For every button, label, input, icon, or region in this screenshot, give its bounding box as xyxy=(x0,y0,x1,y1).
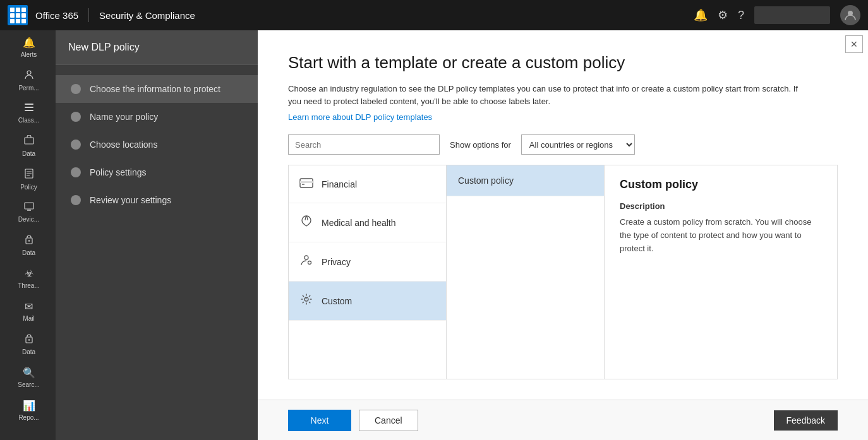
wizard-step-review-settings[interactable]: Review your settings xyxy=(56,186,258,214)
step-label-1: Choose the information to protect xyxy=(90,84,220,94)
category-list: Financial Medical and health Privacy xyxy=(289,165,447,379)
permissions-icon xyxy=(24,69,34,82)
wizard-title: New DLP policy xyxy=(56,30,258,65)
wizard-step-policy-settings[interactable]: Policy settings xyxy=(56,158,258,186)
app-name: Office 365 xyxy=(35,10,78,21)
reports-icon: 📊 xyxy=(23,400,35,412)
device-icon xyxy=(24,202,34,213)
svg-point-20 xyxy=(308,261,311,265)
sidebar-item-policy[interactable]: Policy xyxy=(0,162,56,196)
wizard-panel: New DLP policy Choose the information to… xyxy=(56,30,258,440)
category-label-custom: Custom xyxy=(322,296,352,306)
svg-point-21 xyxy=(304,297,308,301)
mail-icon: ✉ xyxy=(25,300,33,312)
svg-point-19 xyxy=(304,256,308,259)
svg-point-13 xyxy=(28,240,29,241)
threat-icon: ☣ xyxy=(25,268,33,280)
wizard-step-choose-info[interactable]: Choose the information to protect xyxy=(56,75,258,103)
step-label-4: Policy settings xyxy=(90,167,146,177)
sidebar-item-classification[interactable]: Class... xyxy=(0,97,56,129)
sidebar-item-device[interactable]: Devic... xyxy=(0,196,56,228)
template-item-custom-policy[interactable]: Custom policy xyxy=(447,165,604,196)
privacy-icon xyxy=(299,254,314,270)
avatar[interactable] xyxy=(840,5,860,25)
help-icon[interactable]: ? xyxy=(738,9,744,22)
sidebar-item-data2[interactable]: Data xyxy=(0,228,56,261)
search-input[interactable] xyxy=(288,134,440,155)
search-nav-icon: 🔍 xyxy=(23,367,35,379)
classification-icon xyxy=(24,103,34,114)
data-gov-icon xyxy=(24,135,34,148)
show-options-label: Show options for xyxy=(450,140,511,150)
sidebar-nav: 🔔 Alerts Perm... Class... Data Policy xyxy=(0,30,56,440)
sidebar-item-mail[interactable]: ✉ Mail xyxy=(0,294,56,327)
classification-label: Class... xyxy=(7,117,51,124)
next-button[interactable]: Next xyxy=(288,410,351,431)
step-circle-4 xyxy=(71,167,81,177)
svg-point-1 xyxy=(27,71,31,74)
category-item-custom[interactable]: Custom xyxy=(289,282,446,321)
mail-label: Mail xyxy=(7,315,51,322)
svg-rect-2 xyxy=(25,104,33,105)
svg-rect-3 xyxy=(25,107,33,108)
topbar-divider xyxy=(88,8,89,22)
waffle-button[interactable] xyxy=(8,5,28,25)
svg-point-15 xyxy=(28,339,29,340)
learn-more-link[interactable]: Learn more about DLP policy templates xyxy=(288,112,432,122)
data3-label: Data xyxy=(7,348,51,355)
sidebar-item-search[interactable]: 🔍 Searc... xyxy=(0,360,56,393)
topbar-icons: 🔔 ⚙ ? xyxy=(694,5,860,25)
content-description: Choose an industry regulation to see the… xyxy=(288,83,806,107)
step-label-3: Choose locations xyxy=(90,140,157,150)
data3-icon xyxy=(25,333,33,346)
svg-rect-4 xyxy=(25,110,33,111)
topbar-search-input[interactable] xyxy=(754,6,830,24)
medical-icon xyxy=(299,215,314,230)
sidebar-item-reports[interactable]: 📊 Repo... xyxy=(0,393,56,426)
svg-rect-5 xyxy=(25,138,33,144)
policy-label: Policy xyxy=(7,184,51,191)
wizard-step-choose-locations[interactable]: Choose locations xyxy=(56,131,258,158)
step-circle-3 xyxy=(71,140,81,150)
data2-label: Data xyxy=(7,249,51,256)
alerts-icon: 🔔 xyxy=(23,37,35,49)
reports-label: Repo... xyxy=(7,414,51,421)
filter-row: Show options for All countries or region… xyxy=(288,134,838,155)
app-section: Security & Compliance xyxy=(99,10,195,21)
svg-rect-10 xyxy=(25,203,33,209)
permissions-label: Perm... xyxy=(7,85,51,92)
feedback-button[interactable]: Feedback xyxy=(774,410,838,431)
show-options-select[interactable]: All countries or regions United States E… xyxy=(521,134,635,155)
data2-icon xyxy=(25,234,33,247)
custom-icon xyxy=(299,293,314,309)
gear-icon[interactable]: ⚙ xyxy=(718,8,728,22)
category-item-medical[interactable]: Medical and health xyxy=(289,203,446,242)
cancel-button[interactable]: Cancel xyxy=(359,410,418,431)
sidebar-item-data-governance[interactable]: Data xyxy=(0,129,56,162)
category-label-privacy: Privacy xyxy=(322,257,351,267)
svg-rect-17 xyxy=(300,181,313,183)
topbar: Office 365 Security & Compliance 🔔 ⚙ ? xyxy=(0,0,868,30)
step-circle-1 xyxy=(71,84,81,94)
data-gov-label: Data xyxy=(7,150,51,157)
close-button[interactable]: ✕ xyxy=(845,35,863,53)
sidebar-item-data3[interactable]: Data xyxy=(0,327,56,360)
category-item-privacy[interactable]: Privacy xyxy=(289,242,446,282)
detail-description: Create a custom policy from scratch. You… xyxy=(620,216,822,255)
alerts-label: Alerts xyxy=(7,51,51,58)
sidebar-item-alerts[interactable]: 🔔 Alerts xyxy=(0,30,56,63)
detail-section-label: Description xyxy=(620,201,822,211)
search-nav-label: Searc... xyxy=(7,381,51,388)
sidebar-item-threat[interactable]: ☣ Threa... xyxy=(0,261,56,294)
template-label-custom-policy: Custom policy xyxy=(458,175,514,186)
step-label-2: Name your policy xyxy=(90,112,158,122)
wizard-steps: Choose the information to protect Name y… xyxy=(56,65,258,440)
category-item-financial[interactable]: Financial xyxy=(289,165,446,203)
wizard-step-name-policy[interactable]: Name your policy xyxy=(56,103,258,131)
step-label-5: Review your settings xyxy=(90,195,171,205)
sidebar-item-permissions[interactable]: Perm... xyxy=(0,63,56,97)
step-circle-2 xyxy=(71,112,81,122)
page-title: Start with a template or create a custom… xyxy=(288,53,838,73)
bell-icon[interactable]: 🔔 xyxy=(694,8,708,22)
content-area: ✕ Start with a template or create a cust… xyxy=(258,30,868,440)
